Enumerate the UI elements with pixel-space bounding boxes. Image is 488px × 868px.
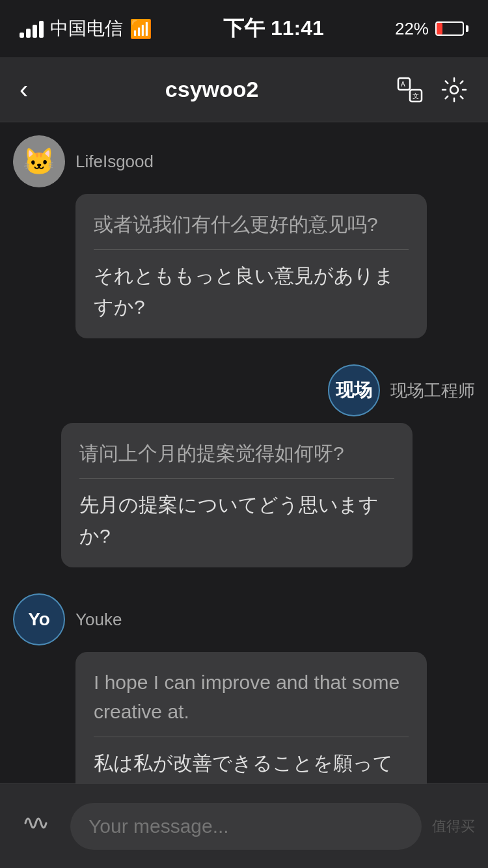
signal-icon bbox=[20, 20, 44, 38]
svg-point-4 bbox=[450, 86, 458, 94]
translated-text: それとももっと良い意見がありますか? bbox=[94, 260, 409, 323]
avatar: Yo bbox=[13, 593, 65, 645]
translate-button[interactable]: A 文 bbox=[396, 75, 424, 104]
translate-icon: A 文 bbox=[396, 75, 424, 104]
voice-button[interactable] bbox=[13, 803, 60, 850]
message-group: 现场工程师 现场 请问上个月的提案觉得如何呀? 先月の提案についてどう思いますか… bbox=[13, 364, 475, 567]
status-bar: 中国电信 📶 下午 11:41 22% bbox=[0, 0, 488, 57]
nav-title: csywoo2 bbox=[165, 77, 259, 102]
avatar: 现场 bbox=[328, 364, 380, 416]
settings-icon bbox=[440, 75, 468, 104]
original-text: 请问上个月的提案觉得如何呀? bbox=[79, 439, 394, 468]
chat-area: 🐱 LifeIsgood 或者说我们有什么更好的意见吗? それとももっと良い意見… bbox=[0, 122, 488, 868]
voice-icon bbox=[20, 809, 53, 844]
carrier-label: 中国电信 bbox=[50, 16, 123, 41]
sender-row: Yo Youke bbox=[13, 593, 122, 645]
bubble-divider bbox=[79, 478, 394, 479]
sender-name: LifeIsgood bbox=[75, 152, 154, 172]
status-time: 下午 11:41 bbox=[223, 14, 324, 43]
back-button[interactable]: ‹ bbox=[20, 75, 28, 104]
sender-row: 🐱 LifeIsgood bbox=[13, 135, 154, 187]
message-bubble: 请问上个月的提案觉得如何呀? 先月の提案についてどう思いますか? bbox=[61, 423, 413, 567]
input-bar: 值得买 bbox=[0, 783, 488, 868]
settings-button[interactable] bbox=[440, 75, 468, 104]
original-text: 或者说我们有什么更好的意见吗? bbox=[94, 210, 409, 239]
bubble-wrapper: 或者说我们有什么更好的意见吗? それとももっと良い意見がありますか? bbox=[13, 194, 427, 338]
battery-icon bbox=[435, 21, 468, 36]
wifi-icon: 📶 bbox=[129, 18, 152, 40]
message-bubble: 或者说我们有什么更好的意见吗? それとももっと良い意見がありますか? bbox=[75, 194, 427, 338]
message-group: 🐱 LifeIsgood 或者说我们有什么更好的意见吗? それとももっと良い意見… bbox=[13, 135, 475, 338]
sound-wave-icon bbox=[20, 809, 53, 837]
sender-name: 现场工程师 bbox=[390, 379, 475, 402]
nav-icons: A 文 bbox=[396, 75, 468, 104]
battery-label: 22% bbox=[395, 19, 429, 39]
status-left: 中国电信 📶 bbox=[20, 16, 152, 41]
message-input[interactable] bbox=[70, 803, 422, 850]
sender-row: 现场工程师 现场 bbox=[328, 364, 475, 416]
bubble-divider bbox=[94, 737, 409, 737]
translated-text: 先月の提案についてどう思いますか? bbox=[79, 489, 394, 552]
nav-bar: ‹ csywoo2 A 文 bbox=[0, 57, 488, 122]
avatar: 🐱 bbox=[13, 135, 65, 187]
watermark-label: 值得买 bbox=[432, 817, 475, 836]
status-right: 22% bbox=[395, 19, 468, 39]
sender-name: Youke bbox=[75, 610, 122, 630]
bubble-divider bbox=[94, 249, 409, 250]
bubble-wrapper: 请问上个月的提案觉得如何呀? 先月の提案についてどう思いますか? bbox=[61, 423, 475, 567]
svg-text:文: 文 bbox=[413, 92, 419, 100]
svg-text:A: A bbox=[401, 81, 405, 88]
original-text: I hope I can improve and that some creat… bbox=[94, 668, 409, 726]
